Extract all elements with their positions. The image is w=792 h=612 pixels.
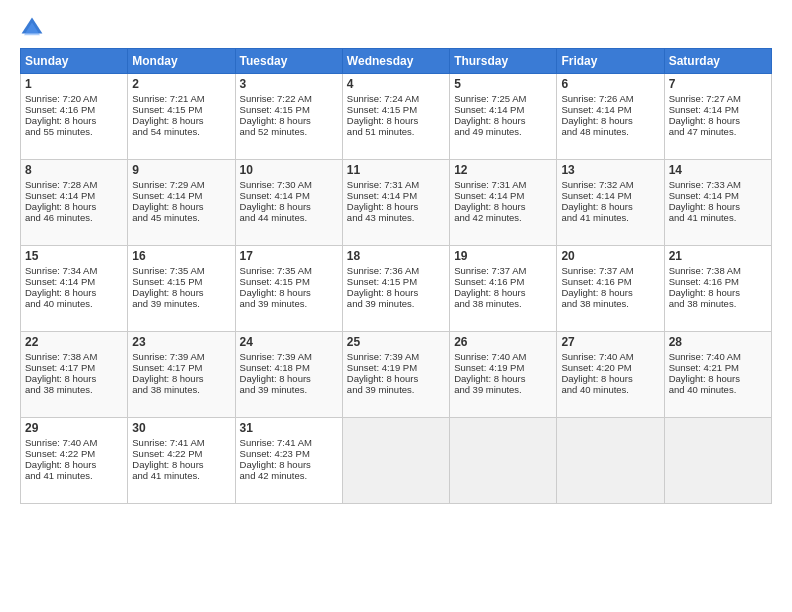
day-info: Daylight: 8 hours [132,459,230,470]
day-info: Daylight: 8 hours [132,287,230,298]
day-info: and 52 minutes. [240,126,338,137]
day-info: Daylight: 8 hours [669,115,767,126]
col-header-saturday: Saturday [664,49,771,74]
day-info: and 49 minutes. [454,126,552,137]
day-info: Daylight: 8 hours [347,287,445,298]
day-info: Sunset: 4:16 PM [561,276,659,287]
day-info: and 48 minutes. [561,126,659,137]
day-info: Sunrise: 7:40 AM [669,351,767,362]
calendar-cell: 3Sunrise: 7:22 AMSunset: 4:15 PMDaylight… [235,74,342,160]
calendar-cell: 26Sunrise: 7:40 AMSunset: 4:19 PMDayligh… [450,332,557,418]
day-info: and 42 minutes. [240,470,338,481]
day-number: 25 [347,335,445,349]
day-info: and 38 minutes. [454,298,552,309]
day-info: Sunrise: 7:37 AM [454,265,552,276]
day-info: Daylight: 8 hours [347,115,445,126]
logo [20,16,48,40]
day-info: Sunrise: 7:28 AM [25,179,123,190]
day-info: Daylight: 8 hours [561,287,659,298]
day-number: 12 [454,163,552,177]
day-info: Sunrise: 7:20 AM [25,93,123,104]
day-info: Sunrise: 7:34 AM [25,265,123,276]
day-info: Sunrise: 7:39 AM [347,351,445,362]
day-info: Sunset: 4:14 PM [240,190,338,201]
calendar-week-5: 29Sunrise: 7:40 AMSunset: 4:22 PMDayligh… [21,418,772,504]
day-info: Sunset: 4:14 PM [561,190,659,201]
day-info: Sunrise: 7:35 AM [132,265,230,276]
day-number: 20 [561,249,659,263]
day-number: 17 [240,249,338,263]
calendar-cell: 21Sunrise: 7:38 AMSunset: 4:16 PMDayligh… [664,246,771,332]
calendar-cell: 16Sunrise: 7:35 AMSunset: 4:15 PMDayligh… [128,246,235,332]
day-info: and 54 minutes. [132,126,230,137]
day-info: Sunrise: 7:27 AM [669,93,767,104]
calendar-cell: 15Sunrise: 7:34 AMSunset: 4:14 PMDayligh… [21,246,128,332]
day-info: Daylight: 8 hours [561,373,659,384]
day-info: Daylight: 8 hours [669,287,767,298]
day-info: and 39 minutes. [347,298,445,309]
calendar-cell: 23Sunrise: 7:39 AMSunset: 4:17 PMDayligh… [128,332,235,418]
day-number: 14 [669,163,767,177]
day-info: and 39 minutes. [240,298,338,309]
day-info: Sunrise: 7:32 AM [561,179,659,190]
calendar-cell: 1Sunrise: 7:20 AMSunset: 4:16 PMDaylight… [21,74,128,160]
day-info: Sunrise: 7:39 AM [240,351,338,362]
day-info: Sunrise: 7:38 AM [669,265,767,276]
day-info: Sunset: 4:16 PM [454,276,552,287]
calendar-cell: 12Sunrise: 7:31 AMSunset: 4:14 PMDayligh… [450,160,557,246]
day-info: Sunset: 4:16 PM [669,276,767,287]
day-info: and 43 minutes. [347,212,445,223]
day-info: and 40 minutes. [25,298,123,309]
day-info: Sunset: 4:15 PM [240,104,338,115]
calendar-cell: 29Sunrise: 7:40 AMSunset: 4:22 PMDayligh… [21,418,128,504]
day-info: and 40 minutes. [669,384,767,395]
day-number: 27 [561,335,659,349]
day-info: Sunset: 4:15 PM [347,104,445,115]
day-info: Sunrise: 7:37 AM [561,265,659,276]
day-number: 31 [240,421,338,435]
col-header-monday: Monday [128,49,235,74]
calendar-cell: 4Sunrise: 7:24 AMSunset: 4:15 PMDaylight… [342,74,449,160]
day-info: and 44 minutes. [240,212,338,223]
calendar-week-1: 1Sunrise: 7:20 AMSunset: 4:16 PMDaylight… [21,74,772,160]
calendar-cell: 2Sunrise: 7:21 AMSunset: 4:15 PMDaylight… [128,74,235,160]
day-number: 3 [240,77,338,91]
calendar-cell [342,418,449,504]
day-info: Sunset: 4:17 PM [132,362,230,373]
day-info: Daylight: 8 hours [240,201,338,212]
day-number: 16 [132,249,230,263]
day-info: Sunset: 4:14 PM [669,104,767,115]
day-number: 19 [454,249,552,263]
day-info: Daylight: 8 hours [25,373,123,384]
day-number: 2 [132,77,230,91]
day-number: 10 [240,163,338,177]
day-info: Daylight: 8 hours [454,287,552,298]
calendar-cell: 8Sunrise: 7:28 AMSunset: 4:14 PMDaylight… [21,160,128,246]
day-number: 18 [347,249,445,263]
day-info: Sunset: 4:19 PM [454,362,552,373]
day-info: Sunset: 4:14 PM [347,190,445,201]
day-info: Daylight: 8 hours [240,373,338,384]
day-number: 29 [25,421,123,435]
day-info: Daylight: 8 hours [132,201,230,212]
calendar-cell: 24Sunrise: 7:39 AMSunset: 4:18 PMDayligh… [235,332,342,418]
day-info: and 55 minutes. [25,126,123,137]
day-number: 4 [347,77,445,91]
calendar-cell: 11Sunrise: 7:31 AMSunset: 4:14 PMDayligh… [342,160,449,246]
day-number: 21 [669,249,767,263]
day-info: Daylight: 8 hours [132,115,230,126]
day-number: 24 [240,335,338,349]
day-info: Sunset: 4:14 PM [669,190,767,201]
calendar-cell: 31Sunrise: 7:41 AMSunset: 4:23 PMDayligh… [235,418,342,504]
calendar-cell: 7Sunrise: 7:27 AMSunset: 4:14 PMDaylight… [664,74,771,160]
logo-icon [20,16,44,40]
day-info: Sunset: 4:22 PM [132,448,230,459]
calendar-week-3: 15Sunrise: 7:34 AMSunset: 4:14 PMDayligh… [21,246,772,332]
day-info: Daylight: 8 hours [240,115,338,126]
calendar-cell: 13Sunrise: 7:32 AMSunset: 4:14 PMDayligh… [557,160,664,246]
calendar-cell: 14Sunrise: 7:33 AMSunset: 4:14 PMDayligh… [664,160,771,246]
day-info: and 41 minutes. [669,212,767,223]
day-info: and 38 minutes. [132,384,230,395]
calendar-cell: 30Sunrise: 7:41 AMSunset: 4:22 PMDayligh… [128,418,235,504]
calendar-cell: 6Sunrise: 7:26 AMSunset: 4:14 PMDaylight… [557,74,664,160]
